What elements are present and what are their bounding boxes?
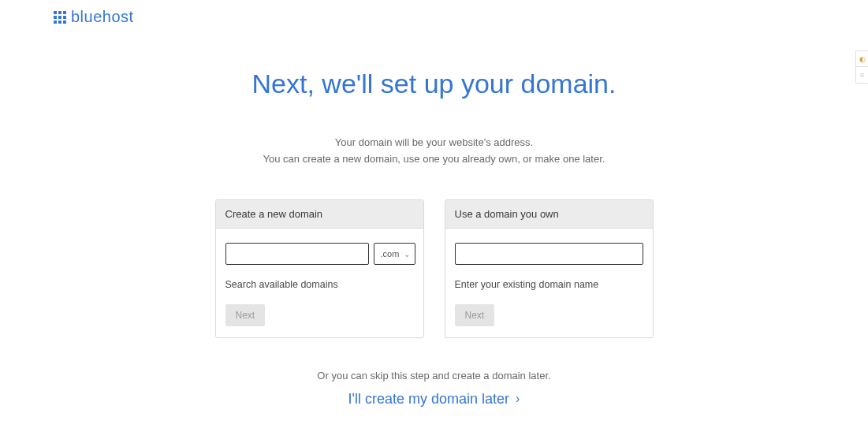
- header: bluehost: [0, 0, 868, 26]
- own-domain-input-row: [455, 243, 643, 265]
- create-domain-body: .com ⌄ Search available domains Next: [216, 229, 423, 337]
- create-domain-helper: Search available domains: [225, 279, 414, 290]
- create-later-label: I'll create my domain later: [348, 391, 510, 408]
- skip-text: Or you can skip this step and create a d…: [0, 370, 868, 381]
- chevron-down-icon: ⌄: [404, 249, 410, 258]
- create-later-link[interactable]: I'll create my domain later ›: [348, 391, 520, 408]
- own-domain-card: Use a domain you own Enter your existing…: [445, 199, 654, 338]
- create-domain-header: Create a new domain: [216, 200, 423, 229]
- subtitle-line-1: Your domain will be your website's addre…: [0, 135, 868, 151]
- own-domain-next-button[interactable]: Next: [455, 304, 495, 326]
- chevron-right-icon: ›: [516, 392, 520, 406]
- own-domain-body: Enter your existing domain name Next: [445, 229, 653, 337]
- bluehost-grid-icon: [54, 11, 66, 24]
- own-domain-input[interactable]: [455, 243, 643, 265]
- tld-select[interactable]: .com ⌄: [374, 243, 416, 265]
- tld-selected-value: .com: [381, 249, 400, 259]
- subtitle-line-2: You can create a new domain, use one you…: [0, 151, 868, 168]
- side-widget-bottom-icon[interactable]: ≡: [856, 67, 868, 83]
- skip-section: Or you can skip this step and create a d…: [0, 370, 868, 408]
- create-domain-card: Create a new domain .com ⌄ Search availa…: [215, 199, 424, 338]
- own-domain-header: Use a domain you own: [445, 200, 653, 229]
- create-domain-next-button[interactable]: Next: [225, 304, 266, 326]
- side-widget-top-icon[interactable]: ◐: [856, 51, 868, 67]
- new-domain-input[interactable]: [225, 243, 369, 265]
- create-domain-input-row: .com ⌄: [225, 243, 414, 265]
- domain-cards-row: Create a new domain .com ⌄ Search availa…: [0, 199, 868, 338]
- page-subtitle: Your domain will be your website's addre…: [0, 135, 868, 168]
- brand-name: bluehost: [71, 8, 134, 26]
- side-widget[interactable]: ◐ ≡: [855, 50, 868, 84]
- page-title: Next, we'll set up your domain.: [0, 69, 868, 99]
- own-domain-helper: Enter your existing domain name: [455, 279, 643, 290]
